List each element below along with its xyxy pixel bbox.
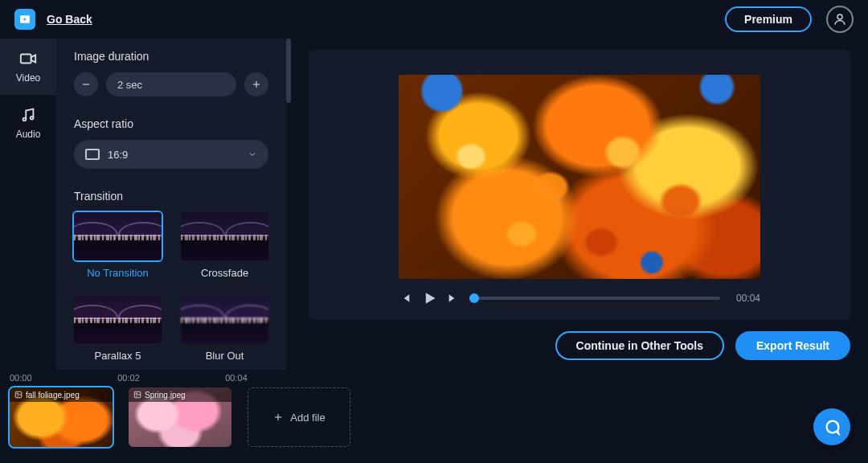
svg-point-1: [837, 14, 842, 19]
chevron-down-icon: [248, 150, 257, 159]
transition-label: Transition: [74, 190, 268, 203]
transition-caption: Crossfade: [201, 267, 248, 279]
duration-decrease-button[interactable]: [74, 72, 98, 96]
rail-tab-video-label: Video: [16, 72, 40, 84]
export-button[interactable]: Export Result: [735, 331, 850, 360]
svg-point-3: [23, 118, 27, 121]
go-back-link[interactable]: Go Back: [47, 13, 92, 26]
app-logo: [14, 9, 35, 30]
continue-button[interactable]: Continue in Other Tools: [555, 331, 724, 360]
left-rail: Video Audio: [0, 39, 56, 370]
ruler-tick: 00:02: [117, 373, 140, 383]
transition-parallax-5[interactable]: Parallax 5: [74, 295, 162, 362]
header: Go Back Premium: [0, 0, 868, 39]
rail-tab-audio[interactable]: Audio: [0, 95, 56, 151]
add-file-button[interactable]: Add file: [248, 387, 350, 447]
rail-tab-video[interactable]: Video: [0, 39, 56, 95]
next-button[interactable]: [447, 292, 460, 305]
transition-caption: Blur Out: [206, 350, 244, 362]
transition-crossfade[interactable]: Crossfade: [181, 212, 268, 279]
image-duration-label: Image duration: [74, 50, 268, 63]
play-button[interactable]: [421, 290, 437, 306]
aspect-ratio-select[interactable]: 16:9: [74, 140, 268, 169]
preview-area: 00:04 Continue in Other Tools Export Res…: [291, 39, 868, 370]
aspect-ratio-label: Aspect ratio: [74, 117, 268, 130]
seek-thumb[interactable]: [469, 293, 479, 303]
timeline-clip[interactable]: Spring.jpeg: [129, 387, 231, 447]
duration-input[interactable]: 2 sec: [106, 72, 236, 96]
ruler-tick: 00:00: [10, 373, 32, 383]
svg-point-11: [136, 393, 137, 395]
transition-no-transition[interactable]: No Transition: [74, 212, 162, 279]
plus-icon: [251, 79, 262, 90]
prev-button[interactable]: [399, 292, 411, 305]
svg-point-9: [17, 393, 18, 395]
plus-icon: [272, 412, 284, 423]
add-file-label: Add file: [290, 412, 325, 424]
transition-thumbnail: [181, 212, 268, 260]
image-icon: [133, 391, 141, 399]
rail-tab-audio-label: Audio: [16, 129, 41, 140]
clip-label: Spring.jpeg: [129, 387, 231, 402]
duration-increase-button[interactable]: [244, 72, 268, 96]
image-icon: [14, 391, 23, 399]
monitor-icon: [85, 149, 100, 160]
premium-button[interactable]: Premium: [725, 6, 812, 32]
seek-bar[interactable]: [469, 297, 720, 300]
help-fab[interactable]: [813, 408, 850, 445]
preview-canvas-wrap: 00:04: [309, 50, 850, 320]
transition-thumbnail: [181, 295, 268, 343]
skip-prev-icon: [399, 292, 411, 305]
minus-icon: [80, 79, 92, 90]
panel-scrollbar-track[interactable]: [286, 39, 291, 370]
user-icon: [833, 12, 847, 27]
video-icon: [18, 50, 39, 68]
aspect-ratio-value: 16:9: [108, 149, 240, 161]
skip-next-icon: [447, 292, 460, 305]
duration-readout: 00:04: [730, 293, 760, 304]
transition-thumbnail: [74, 212, 162, 260]
play-icon: [421, 290, 437, 306]
svg-point-4: [31, 117, 34, 120]
ruler-tick: 00:04: [225, 373, 248, 383]
timeline-clip[interactable]: fall foliage.jpeg: [10, 387, 113, 447]
transition-caption: Parallax 5: [95, 350, 141, 362]
transition-blur-out[interactable]: Blur Out: [181, 295, 268, 362]
panel-scrollbar-thumb[interactable]: [286, 39, 291, 103]
preview-canvas: [399, 75, 760, 279]
audio-icon: [18, 106, 39, 124]
clip-filename: Spring.jpeg: [145, 391, 186, 399]
svg-rect-2: [21, 55, 31, 64]
player-controls: 00:04: [399, 290, 760, 306]
settings-panel: Image duration 2 sec Aspect ratio 16:9: [56, 39, 286, 370]
account-button[interactable]: [826, 6, 854, 33]
transition-thumbnail: [74, 295, 162, 343]
chat-icon: [823, 418, 841, 436]
clip-filename: fall foliage.jpeg: [26, 391, 80, 399]
clip-label: fall foliage.jpeg: [10, 387, 113, 402]
transition-caption: No Transition: [87, 267, 149, 279]
timeline: 00:00 00:02 00:04 fall foliage.jpeg Spri…: [0, 370, 868, 463]
timeline-ruler[interactable]: 00:00 00:02 00:04: [10, 370, 858, 387]
